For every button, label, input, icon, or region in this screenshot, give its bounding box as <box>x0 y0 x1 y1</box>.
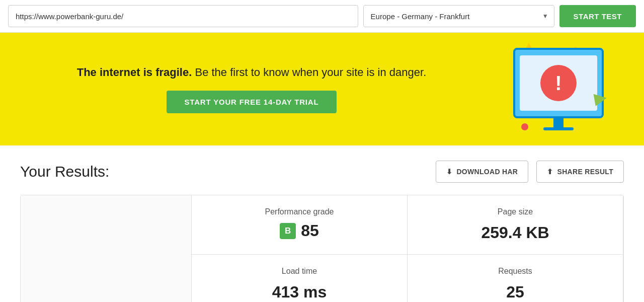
requests-value: 25 <box>418 281 613 301</box>
banner: ✕ ⁘ The internet is fragile. Be the firs… <box>0 33 644 145</box>
monitor: ! ▶ <box>513 48 604 118</box>
performance-grade-label: Performance grade <box>202 207 397 216</box>
load-time-value: 413 ms <box>202 281 397 301</box>
metrics-grid: Performance grade B 85 Page size 259.4 K… <box>20 195 624 302</box>
share-result-button[interactable]: ⬆ SHARE RESULT <box>536 161 624 183</box>
banner-content: The internet is fragile. Be the first to… <box>20 65 513 113</box>
cursor-icon: ▶ <box>593 87 608 108</box>
load-time-card: Load time 413 ms <box>191 254 408 302</box>
download-har-button[interactable]: ⬇ DOWNLOAD HAR <box>436 161 528 183</box>
trial-button[interactable]: START YOUR FREE 14-DAY TRIAL <box>167 91 337 113</box>
monitor-wrapper: ! ▶ <box>513 48 604 130</box>
results-title: Your Results: <box>20 163 428 180</box>
banner-text: The internet is fragile. Be the first to… <box>20 65 483 81</box>
url-input[interactable]: https://www.powerbank-guru.de/ <box>8 5 358 27</box>
requests-card: Requests 25 <box>407 254 623 302</box>
grade-number: 85 <box>301 221 319 240</box>
page-size-label: Page size <box>418 207 613 216</box>
metrics-preview <box>21 195 192 302</box>
monitor-screen: ! <box>520 55 597 111</box>
download-icon: ⬇ <box>446 168 452 176</box>
banner-illustration: ! ▶ <box>513 48 624 130</box>
requests-label: Requests <box>418 267 613 276</box>
share-result-label: SHARE RESULT <box>557 168 613 176</box>
page-size-card: Page size 259.4 KB <box>407 195 623 255</box>
results-header: Your Results: ⬇ DOWNLOAD HAR ⬆ SHARE RES… <box>20 161 624 183</box>
page-size-value: 259.4 KB <box>418 221 613 242</box>
monitor-stand <box>553 118 564 127</box>
banner-rest-text: Be the first to know when your site is i… <box>195 66 426 79</box>
grade-badge: B <box>280 223 296 239</box>
results-section: Your Results: ⬇ DOWNLOAD HAR ⬆ SHARE RES… <box>0 145 644 302</box>
load-time-label: Load time <box>202 267 397 276</box>
share-icon: ⬆ <box>547 168 553 176</box>
performance-grade-card: Performance grade B 85 <box>191 195 408 255</box>
download-har-label: DOWNLOAD HAR <box>456 168 518 176</box>
warning-circle: ! <box>540 65 577 101</box>
location-selector-wrapper: Europe - Germany - Frankfurt North Ameri… <box>363 5 554 27</box>
banner-bold-text: The internet is fragile. <box>77 66 192 79</box>
monitor-base <box>543 127 574 130</box>
performance-grade-value: B 85 <box>202 221 397 240</box>
location-select[interactable]: Europe - Germany - Frankfurt North Ameri… <box>363 5 554 27</box>
toolbar: https://www.powerbank-guru.de/ Europe - … <box>0 0 644 33</box>
start-test-button[interactable]: START TEST <box>559 5 636 27</box>
warning-exclamation: ! <box>555 72 561 95</box>
